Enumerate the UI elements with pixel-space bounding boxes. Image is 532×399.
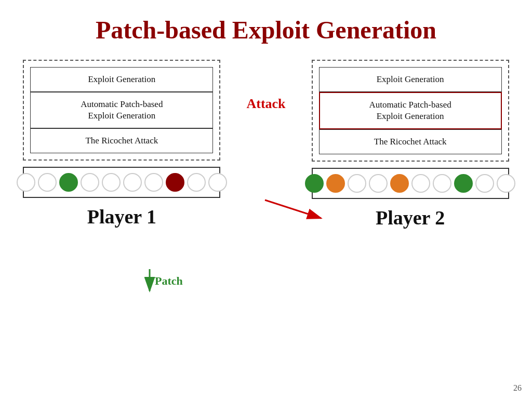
player1-module-2: Automatic Patch-basedExploit Generation (30, 92, 213, 128)
player1-section: Exploit Generation Automatic Patch-based… (21, 60, 223, 228)
p2-circle-4 (369, 174, 388, 193)
player1-label: Player 1 (87, 205, 156, 228)
page-number: 26 (513, 383, 522, 393)
p1-circle-4 (81, 173, 99, 192)
player2-circles (312, 168, 509, 199)
p1-circle-6 (123, 173, 142, 192)
player2-module-2: Automatic Patch-basedExploit Generation (319, 92, 502, 129)
player1-dashed-box: Exploit Generation Automatic Patch-based… (23, 60, 220, 161)
p2-circle-5 (390, 174, 409, 193)
page-title: Patch-based Exploit Generation (0, 0, 532, 55)
p2-circle-10 (497, 174, 515, 193)
p1-circle-9 (187, 173, 206, 192)
p1-circle-7 (144, 173, 163, 192)
p1-circle-10 (208, 173, 227, 192)
p1-circle-3 (59, 173, 78, 192)
player2-module-3: The Ricochet Attack (319, 129, 502, 154)
player1-circles (23, 167, 220, 198)
middle-section: Attack (223, 60, 310, 113)
p2-circle-2 (326, 174, 345, 193)
p2-circle-1 (305, 174, 324, 193)
p2-circle-9 (475, 174, 494, 193)
p1-circle-2 (38, 173, 57, 192)
p2-circle-3 (348, 174, 366, 193)
p2-circle-7 (433, 174, 451, 193)
player1-module-1: Exploit Generation (30, 67, 213, 92)
player2-label: Player 2 (376, 206, 445, 229)
p1-circle-1 (17, 173, 35, 192)
player1-module-3: The Ricochet Attack (30, 128, 213, 153)
svg-text:Patch: Patch (155, 274, 183, 287)
p2-circle-6 (411, 174, 430, 193)
p1-circle-8 (166, 173, 184, 192)
player2-section: Exploit Generation Automatic Patch-based… (309, 60, 511, 229)
p1-circle-5 (102, 173, 121, 192)
p2-circle-8 (454, 174, 473, 193)
attack-label: Attack (246, 96, 285, 112)
player2-module-1: Exploit Generation (319, 67, 502, 92)
player2-dashed-box: Exploit Generation Automatic Patch-based… (312, 60, 509, 162)
